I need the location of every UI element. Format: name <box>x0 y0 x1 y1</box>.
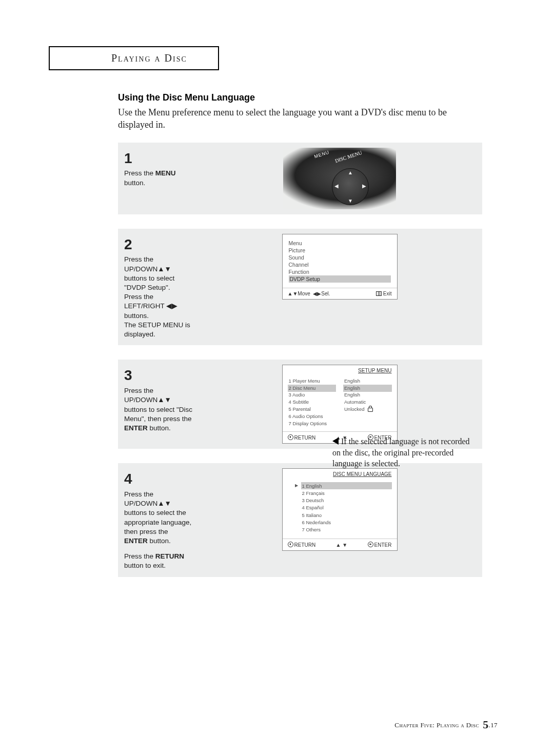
lock-icon <box>368 408 373 412</box>
osd3-n: 4 <box>289 399 291 405</box>
osd4-enter: ENTER <box>374 542 392 548</box>
step-2-line2: Press the LEFT/RIGHT ◀▶ buttons. <box>124 292 193 321</box>
step-3-bold: ENTER <box>124 424 148 432</box>
step-2-row: 2 Press the UP/DOWN▲▼ buttons to select … <box>118 229 482 346</box>
remote-menu-label: MENU <box>313 149 330 159</box>
heading: Using the Disc Menu Language <box>118 92 482 103</box>
osd4-label: Español <box>306 505 323 510</box>
osd3-label: Audio <box>292 392 305 397</box>
step-3-post: button. <box>148 424 171 432</box>
osd3-val: English <box>343 392 392 399</box>
step-1-row: 1 Press the MENU button. MENU DISC MENU … <box>118 143 482 214</box>
step-2-text: 2 Press the UP/DOWN▲▼ buttons to select … <box>118 229 195 346</box>
step-4-l2-bold: RETURN <box>155 552 184 560</box>
osd3-n: 3 <box>289 392 291 397</box>
step-4-text: 4 Press the UP/DOWN▲▼ buttons to select … <box>118 463 195 577</box>
section-tab: Playing a Disc <box>49 46 219 70</box>
remote-dpad: ▲ ▼ ◀ ▶ <box>332 168 369 205</box>
osd4-arrows: ▲ ▼ <box>336 542 348 548</box>
dpad-right-icon: ▶ <box>362 183 366 189</box>
osd3-n: 1 <box>289 378 291 384</box>
step-2-line3: The SETUP MENU is displayed. <box>124 321 193 339</box>
footer-chapter: Chapter Five: Playing a Disc <box>394 721 479 729</box>
osd3-val: English <box>343 385 392 392</box>
step-4-l1-pre: Press the UP/DOWN▲▼ buttons to select th… <box>124 490 191 535</box>
osd4-n: 7 <box>302 527 305 532</box>
osd4-label: Italiano <box>306 512 322 518</box>
osd-setup-menu: SETUP MENU 1 Player Menu 2 Disc Menu 3 A… <box>282 365 398 444</box>
step-2-number: 2 <box>124 235 193 254</box>
step-4-l2-pre: Press the <box>124 552 155 560</box>
osd3-val: English <box>343 377 392 385</box>
osd2-move: ▲▼Move <box>288 291 310 296</box>
osd4-n: 2 <box>302 490 305 496</box>
return-icon <box>288 542 293 547</box>
step-3-row: 3 Press the UP/DOWN▲▼ buttons to select … <box>118 360 482 449</box>
osd2-item: Function <box>289 268 391 275</box>
osd2-highlight: DVDP Setup <box>289 275 391 283</box>
osd4-n: 5 <box>302 512 305 518</box>
osd3-val: Unlocked <box>344 406 365 412</box>
osd3-title: SETUP MENU <box>283 365 397 375</box>
dpad-down-icon: ▼ <box>348 198 353 204</box>
dpad-up-icon: ▲ <box>348 170 353 175</box>
osd2-item: Sound <box>289 254 391 261</box>
osd3-label: Parental <box>292 406 310 412</box>
note-arrow-icon <box>332 437 339 445</box>
osd4-label: Français <box>306 490 324 496</box>
return-icon <box>288 434 293 440</box>
osd4-label: Others <box>306 527 321 532</box>
intro-text: Use the Menu preference menu to select t… <box>118 106 482 131</box>
osd3-label: Display Options <box>292 421 327 426</box>
osd-menu: Menu Picture Sound Channel Function DVDP… <box>282 234 398 300</box>
osd4-title: DISC MENU LANGUAGE <box>283 469 397 479</box>
enter-icon <box>368 542 373 547</box>
osd3-label: Subtitle <box>292 399 309 405</box>
section-tab-text: Playing a Disc <box>111 52 187 64</box>
remote-disc-menu-label: DISC MENU <box>334 149 363 163</box>
osd4-label: English <box>306 483 322 489</box>
step-1-bold: MENU <box>155 169 176 177</box>
footer-page-minor: .17 <box>489 721 498 729</box>
remote-photo: MENU DISC MENU ▲ ▼ ◀ ▶ <box>283 148 396 209</box>
step-1-figure: MENU DISC MENU ▲ ▼ ◀ ▶ <box>202 143 482 214</box>
osd2-footer: ▲▼Move ◀▶Sel. Exit <box>283 288 397 299</box>
osd3-return: RETURN <box>294 435 316 441</box>
side-note: If the selected language is not recorded… <box>332 436 476 469</box>
osd2-item: Channel <box>289 261 391 268</box>
selection-arrow-icon: ▶ <box>295 483 298 488</box>
osd3-n: 6 <box>289 413 291 419</box>
osd-lang-menu: DISC MENU LANGUAGE ▶1 English 2 Français… <box>282 468 398 551</box>
step-3-pre: Press the UP/DOWN▲▼ buttons to select "D… <box>124 387 192 423</box>
step-3-figure: SETUP MENU 1 Player Menu 2 Disc Menu 3 A… <box>202 360 482 449</box>
osd4-return: RETURN <box>294 542 316 548</box>
step-1-post: button. <box>124 179 145 187</box>
osd3-label: Player Menu <box>292 378 320 384</box>
step-2-line1: Press the UP/DOWN▲▼ buttons to select "D… <box>124 255 193 292</box>
osd4-footer: RETURN ▲ ▼ ENTER <box>283 539 397 550</box>
step-4-l2-post: button to exit. <box>124 562 166 569</box>
osd4-n: 1 <box>302 483 305 489</box>
step-4-figure: DISC MENU LANGUAGE ▶1 English 2 Français… <box>202 463 482 556</box>
step-4-number: 4 <box>124 469 193 489</box>
dpad-left-icon: ◀ <box>334 183 339 189</box>
osd3-n: 2 <box>289 385 291 391</box>
exit-icon <box>376 291 382 296</box>
step-1-number: 1 <box>124 149 193 168</box>
osd4-n: 6 <box>302 520 305 525</box>
step-3-text: 3 Press the UP/DOWN▲▼ buttons to select … <box>118 360 195 439</box>
osd4-n: 4 <box>302 505 305 510</box>
page-footer: Chapter Five: Playing a Disc 5.17 <box>394 718 498 731</box>
osd2-item: Picture <box>289 247 391 254</box>
step-4-l1-bold: ENTER <box>124 537 148 545</box>
note-text: If the selected language is not recorded… <box>332 437 470 468</box>
osd3-n: 5 <box>289 406 291 412</box>
step-4-l1-post: button. <box>148 537 171 545</box>
osd4-label: Nederlands <box>306 520 331 525</box>
osd4-label: Deutsch <box>306 498 324 503</box>
osd3-label: Disc Menu <box>292 385 315 391</box>
step-4-row: 4 Press the UP/DOWN▲▼ buttons to select … <box>118 463 482 577</box>
step-2-figure: Menu Picture Sound Channel Function DVDP… <box>202 229 482 305</box>
osd2-exit: Exit <box>383 291 392 296</box>
osd3-val: Automatic <box>343 399 392 406</box>
